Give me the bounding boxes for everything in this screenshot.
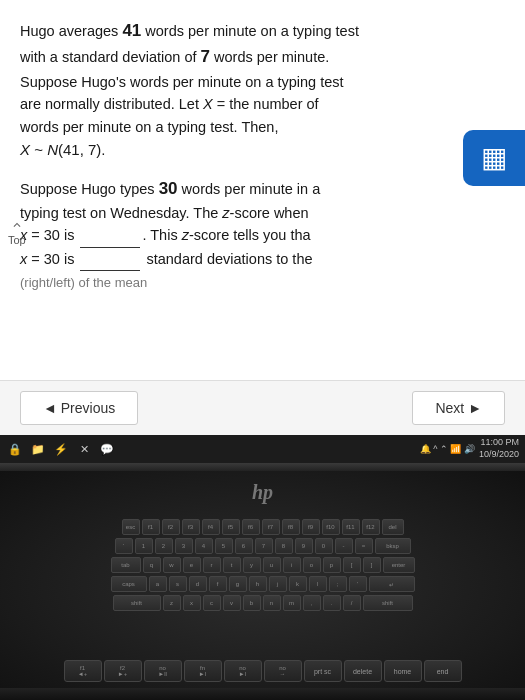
key-enter2[interactable]: ↵ xyxy=(369,576,415,592)
key-c[interactable]: c xyxy=(203,595,221,611)
time-text: 11:00 PM xyxy=(479,437,519,449)
key-u[interactable]: u xyxy=(263,557,281,573)
key-6[interactable]: 6 xyxy=(235,538,253,554)
key-w[interactable]: w xyxy=(163,557,181,573)
taskbar-chat-icon[interactable]: 💬 xyxy=(98,440,116,458)
content-fade xyxy=(0,345,525,375)
hp-logo-text: hp xyxy=(252,481,273,503)
var-X: X xyxy=(203,96,213,112)
key-f12[interactable]: f12 xyxy=(362,519,380,535)
fn-key-vol-up[interactable]: f2►+ xyxy=(104,660,142,682)
key-k[interactable]: k xyxy=(289,576,307,592)
key-backspace[interactable]: bksp xyxy=(375,538,411,554)
key-f11[interactable]: f11 xyxy=(342,519,360,535)
fn-key-end[interactable]: end xyxy=(424,660,462,682)
key-y[interactable]: y xyxy=(243,557,261,573)
key-q[interactable]: q xyxy=(143,557,161,573)
key-a[interactable]: a xyxy=(149,576,167,592)
key-2[interactable]: 2 xyxy=(155,538,173,554)
end-label: end xyxy=(437,668,449,675)
taskbar-bolt-icon[interactable]: ⚡ xyxy=(52,440,70,458)
key-comma[interactable]: , xyxy=(303,595,321,611)
key-f3[interactable]: f3 xyxy=(182,519,200,535)
fn-key-delete[interactable]: delete xyxy=(344,660,382,682)
fn-key-home[interactable]: home xyxy=(384,660,422,682)
next-button[interactable]: Next ► xyxy=(412,391,505,425)
key-8[interactable]: 8 xyxy=(275,538,293,554)
key-n[interactable]: n xyxy=(263,595,281,611)
key-f5[interactable]: f5 xyxy=(222,519,240,535)
key-g[interactable]: g xyxy=(229,576,247,592)
key-row-4: caps a s d f g h j k l ; ' ↵ xyxy=(111,576,415,592)
fn-key-prev[interactable]: fn►l xyxy=(184,660,222,682)
key-1[interactable]: 1 xyxy=(135,538,153,554)
key-rbracket[interactable]: ] xyxy=(363,557,381,573)
key-f9[interactable]: f9 xyxy=(302,519,320,535)
key-v[interactable]: v xyxy=(223,595,241,611)
previous-button[interactable]: ◄ Previous xyxy=(20,391,138,425)
key-7[interactable]: 7 xyxy=(255,538,273,554)
key-equals[interactable]: = xyxy=(355,538,373,554)
taskbar-network-icon: 🔔 ^ ⌃ 📶 🔊 xyxy=(420,444,475,454)
key-m[interactable]: m xyxy=(283,595,301,611)
taskbar-lock-icon[interactable]: 🔒 xyxy=(6,440,24,458)
key-p[interactable]: p xyxy=(323,557,341,573)
key-del[interactable]: del xyxy=(382,519,404,535)
key-backtick[interactable]: ` xyxy=(115,538,133,554)
taskbar-x-icon[interactable]: ✕ xyxy=(75,440,93,458)
top-label-text: Top xyxy=(8,234,26,246)
key-rshift[interactable]: shift xyxy=(363,595,413,611)
key-x[interactable]: x xyxy=(183,595,201,611)
key-e[interactable]: e xyxy=(183,557,201,573)
key-4[interactable]: 4 xyxy=(195,538,213,554)
key-3[interactable]: 3 xyxy=(175,538,193,554)
key-f8[interactable]: f8 xyxy=(282,519,300,535)
key-minus[interactable]: - xyxy=(335,538,353,554)
key-esc[interactable]: esc xyxy=(122,519,140,535)
key-caps[interactable]: caps xyxy=(111,576,147,592)
taskbar-folder-icon[interactable]: 📁 xyxy=(29,440,47,458)
taskbar: 🔒 📁 ⚡ ✕ 💬 🔔 ^ ⌃ 📶 🔊 11:00 PM 10/9/2020 xyxy=(0,435,525,463)
key-t[interactable]: t xyxy=(223,557,241,573)
key-period[interactable]: . xyxy=(323,595,341,611)
key-semicolon[interactable]: ; xyxy=(329,576,347,592)
key-f[interactable]: f xyxy=(209,576,227,592)
key-f7[interactable]: f7 xyxy=(262,519,280,535)
key-f1[interactable]: f1 xyxy=(142,519,160,535)
key-row-1: esc f1 f2 f3 f4 f5 f6 f7 f8 f9 f10 f11 f… xyxy=(122,519,404,535)
fn-key-arrow[interactable]: no→ xyxy=(264,660,302,682)
key-f2[interactable]: f2 xyxy=(162,519,180,535)
key-b[interactable]: b xyxy=(243,595,261,611)
key-j[interactable]: j xyxy=(269,576,287,592)
key-lshift[interactable]: shift xyxy=(113,595,161,611)
key-9[interactable]: 9 xyxy=(295,538,313,554)
fn-key-next-track[interactable]: no►l xyxy=(224,660,262,682)
key-slash[interactable]: / xyxy=(343,595,361,611)
key-5[interactable]: 5 xyxy=(215,538,233,554)
key-tab[interactable]: tab xyxy=(111,557,141,573)
fn-key-stop[interactable]: no►ll xyxy=(144,660,182,682)
key-quote[interactable]: ' xyxy=(349,576,367,592)
key-r[interactable]: r xyxy=(203,557,221,573)
key-f4[interactable]: f4 xyxy=(202,519,220,535)
fn-key-prtsc[interactable]: prt sc xyxy=(304,660,342,682)
key-f10[interactable]: f10 xyxy=(322,519,340,535)
top-nav-label[interactable]: Top xyxy=(8,218,26,246)
key-d[interactable]: d xyxy=(189,576,207,592)
key-0[interactable]: 0 xyxy=(315,538,333,554)
math-distribution: X ~ N(41, 7). xyxy=(20,141,106,158)
key-s[interactable]: s xyxy=(169,576,187,592)
key-enter[interactable]: enter xyxy=(383,557,415,573)
key-o[interactable]: o xyxy=(303,557,321,573)
key-z[interactable]: z xyxy=(163,595,181,611)
key-i[interactable]: i xyxy=(283,557,301,573)
chat-icon: ▦ xyxy=(481,144,507,172)
chat-bubble-button[interactable]: ▦ xyxy=(463,130,525,186)
key-h[interactable]: h xyxy=(249,576,267,592)
fn-key-vol-down[interactable]: f1◄+ xyxy=(64,660,102,682)
key-f6[interactable]: f6 xyxy=(242,519,260,535)
key-l[interactable]: l xyxy=(309,576,327,592)
cut-off-text: (right/left) of the mean xyxy=(20,275,147,290)
key-lbracket[interactable]: [ xyxy=(343,557,361,573)
prtsc-label: prt sc xyxy=(314,668,331,675)
